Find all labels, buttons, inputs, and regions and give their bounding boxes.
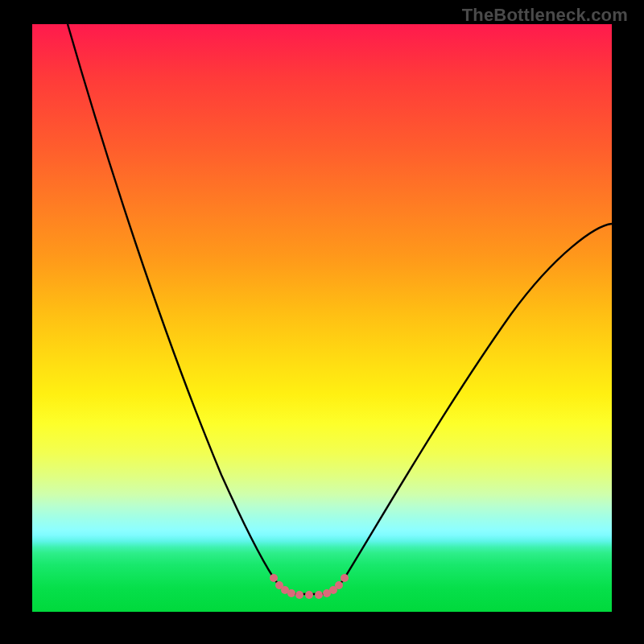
curve-left: [68, 24, 274, 578]
svg-point-4: [295, 591, 303, 599]
curve-right: [345, 224, 612, 578]
bottleneck-curve: [32, 24, 612, 612]
minimum-dots: [270, 574, 349, 599]
svg-point-9: [335, 581, 343, 589]
plot-area: [32, 24, 612, 612]
svg-point-10: [341, 574, 349, 582]
svg-point-5: [305, 591, 313, 599]
svg-point-3: [287, 589, 295, 597]
chart-frame: TheBottleneck.com: [0, 0, 644, 644]
watermark-text: TheBottleneck.com: [462, 5, 628, 26]
svg-point-6: [315, 591, 323, 599]
svg-point-0: [270, 574, 278, 582]
